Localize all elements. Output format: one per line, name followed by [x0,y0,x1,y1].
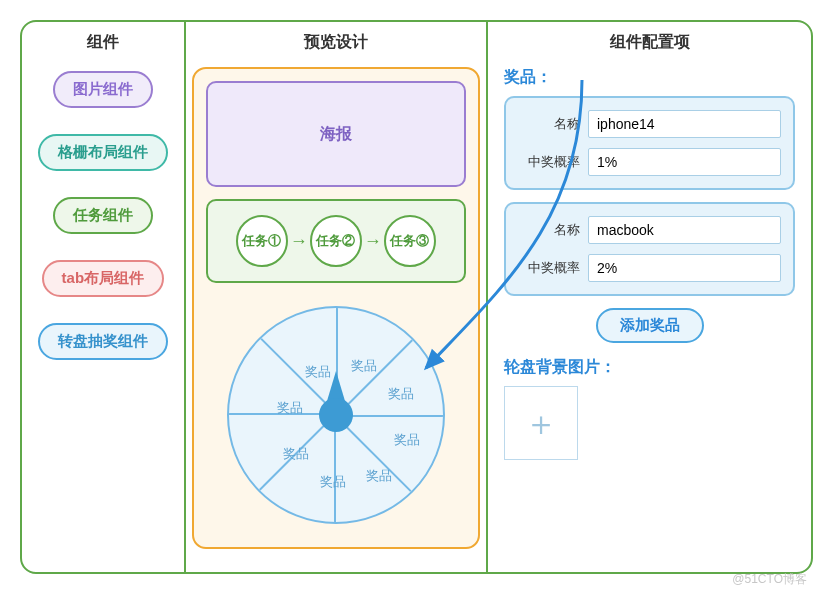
prob-label: 中奖概率 [518,153,580,171]
wheel-slice-label: 奖品 [320,473,346,491]
arrow-right-icon: → [290,231,308,252]
component-pill-0[interactable]: 图片组件 [53,71,153,108]
prize-card: 名称中奖概率 [504,96,795,190]
task-node[interactable]: 任务③ [384,215,436,267]
prize-card: 名称中奖概率 [504,202,795,296]
plus-icon: ＋ [524,406,558,440]
watermark: @51CTO博客 [732,571,807,588]
prob-label: 中奖概率 [518,259,580,277]
prizes-section-label: 奖品： [504,67,795,88]
name-label: 名称 [518,115,580,133]
bg-image-label: 轮盘背景图片： [504,357,795,378]
preview-canvas: 海报 任务① → 任务② → 任务③ 奖品奖品奖品奖品奖品奖品奖品奖品 [192,67,480,549]
task-node[interactable]: 任务① [236,215,288,267]
add-prize-button[interactable]: 添加奖品 [596,308,704,343]
component-pill-4[interactable]: 转盘抽奖组件 [38,323,168,360]
wheel-pointer-icon [327,371,345,401]
arrow-right-icon: → [364,231,382,252]
wheel-slice-label: 奖品 [394,431,420,449]
prize-name-input[interactable] [588,110,781,138]
component-pill-1[interactable]: 格栅布局组件 [38,134,168,171]
prize-name-input[interactable] [588,216,781,244]
tasks-block[interactable]: 任务① → 任务② → 任务③ [206,199,466,283]
task-node[interactable]: 任务② [310,215,362,267]
right-column-title: 组件配置项 [488,22,811,67]
prize-prob-input[interactable] [588,254,781,282]
wheel-hub-icon [319,398,353,432]
wheel-slice-label: 奖品 [351,357,377,375]
prize-prob-input[interactable] [588,148,781,176]
name-label: 名称 [518,221,580,239]
component-pill-3[interactable]: tab布局组件 [42,260,165,297]
wheel-slice-label: 奖品 [277,399,303,417]
left-column-title: 组件 [22,22,184,67]
wheel-slice-label: 奖品 [366,467,392,485]
wheel-slice-label: 奖品 [283,445,309,463]
poster-block[interactable]: 海报 [206,81,466,187]
component-pill-2[interactable]: 任务组件 [53,197,153,234]
mid-column-title: 预览设计 [186,22,486,67]
wheel-slice-label: 奖品 [388,385,414,403]
upload-image-button[interactable]: ＋ [504,386,578,460]
